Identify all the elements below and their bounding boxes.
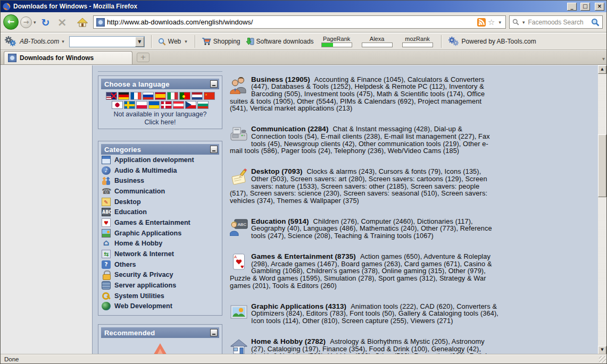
sidebar-item-label: Others (114, 261, 136, 268)
url-dropdown-arrow[interactable]: ▾ (498, 20, 501, 25)
tab-downloads-for-windows[interactable]: Downloads for Windows (4, 51, 132, 64)
vertical-scrollbar[interactable]: ▲ ▼ (598, 65, 606, 354)
history-dropdown-arrow[interactable]: ▾ (34, 20, 36, 25)
shopping-button[interactable]: Shopping (202, 37, 240, 46)
flag-chinese-icon[interactable] (204, 92, 215, 100)
audio-multimedia-icon: ♪ (102, 166, 111, 175)
reload-button[interactable]: ↻ (41, 16, 50, 28)
graphic-applications-icon (102, 229, 111, 238)
network-internet-icon: ⇆ (102, 250, 111, 258)
sidebar-item-games-entertainment[interactable]: ♥Games & Entertainment (101, 217, 219, 228)
toolbar-search-combobox[interactable]: ▼ (69, 36, 145, 47)
toolbar-separator (151, 35, 152, 48)
flag-austrian-icon[interactable] (173, 101, 184, 109)
search-bar[interactable]: ▾ Facemoods Search (509, 15, 603, 29)
flag-japanese-icon[interactable] (112, 101, 123, 109)
powered-by-button[interactable]: Powered by AB-Tools.com (448, 36, 536, 47)
resize-grip[interactable] (599, 356, 606, 363)
flag-dutch-icon[interactable] (192, 92, 203, 100)
back-button[interactable]: ← (3, 14, 19, 30)
bookmark-star-icon[interactable]: ☆ (488, 18, 495, 27)
sidebar-item-home-hobby[interactable]: ⌂Home & Hobby (101, 239, 219, 249)
sidebar-item-education[interactable]: ABCEducation (101, 207, 219, 217)
language-click-here-link[interactable]: Click here! (101, 118, 219, 126)
web-search-button[interactable]: Web ▾ (158, 38, 189, 46)
category-block-games: A ♥ Games & Entertainment (8735)Action g… (230, 253, 498, 296)
flag-portuguese-icon[interactable] (179, 92, 190, 100)
sidebar-item-system-utilities[interactable]: System Utilities (101, 291, 219, 301)
collapse-box-button[interactable] (210, 329, 218, 336)
url-text[interactable]: http://www.ab-downloads.com/english/wind… (107, 18, 475, 26)
flag-spanish-icon[interactable] (155, 92, 166, 100)
sidebar-item-desktop[interactable]: ✎Desktop (101, 197, 219, 207)
web-search-label: Web (168, 38, 181, 45)
sidebar-item-label: System Utilities (114, 292, 164, 300)
search-input[interactable]: Facemoods Search (528, 19, 589, 26)
flag-swedish-icon[interactable] (124, 101, 135, 109)
home-icon (77, 18, 88, 27)
graphic-applications-icon (230, 303, 248, 321)
close-button[interactable]: × (595, 3, 604, 11)
collapse-box-button[interactable] (210, 80, 218, 88)
sidebar-item-network-internet[interactable]: ⇆Network & Internet (101, 249, 219, 259)
pagerank-indicator[interactable]: PageRank (321, 36, 352, 47)
mozrank-indicator[interactable]: mozRank (402, 36, 433, 47)
sidebar-item-communication[interactable]: ☎Communication (101, 186, 219, 197)
flag-ukrainian-icon[interactable] (148, 101, 160, 109)
rss-feed-icon[interactable] (477, 18, 486, 27)
sidebar-item-others[interactable]: ?Others (101, 259, 219, 270)
search-engine-icon[interactable] (512, 19, 519, 26)
new-tab-button[interactable]: + (137, 53, 149, 62)
list-all-tabs-button[interactable]: ▾ (602, 56, 605, 62)
flag-czech-icon[interactable] (185, 101, 196, 109)
status-bar: Done (1, 354, 606, 363)
sidebar-item-audio-multimedia[interactable]: ♪Audio & Multimedia (101, 165, 219, 176)
alexa-indicator[interactable]: Alexa (362, 36, 393, 47)
recommended-box-header: Recommended (101, 327, 219, 338)
web-search-dropdown-arrow[interactable]: ▾ (185, 39, 187, 44)
recommended-logo-triangle-icon[interactable] (149, 343, 171, 354)
sidebar-item-application-development[interactable]: Application development (101, 155, 219, 165)
sidebar-item-label: Security & Privacy (114, 271, 173, 278)
communication-icon (230, 125, 248, 143)
scrollbar-thumb[interactable] (598, 134, 606, 197)
search-submit-icon[interactable] (591, 18, 600, 27)
location-bar[interactable]: http://www.ab-downloads.com/english/wind… (93, 15, 506, 29)
sidebar-item-business[interactable]: Business (101, 175, 219, 186)
flag-danish-icon[interactable] (161, 101, 172, 109)
flag-italian-icon[interactable] (167, 92, 178, 100)
abtools-dropdown-arrow[interactable]: ▾ (62, 39, 64, 44)
sidebar-item-server-applications[interactable]: Server applications (101, 280, 219, 291)
combobox-dropdown-button[interactable]: ▼ (135, 37, 144, 47)
maximize-button[interactable]: □ (580, 3, 590, 11)
sidebar-item-label: Application development (114, 156, 194, 164)
software-downloads-button[interactable]: Software downloads (246, 37, 314, 46)
abtools-menu-button[interactable]: AB-Tools.com (20, 38, 59, 45)
stop-button[interactable]: × (57, 15, 66, 29)
browser-viewport: Choose a language Not available in your … (1, 65, 606, 354)
sidebar-item-graphic-applications[interactable]: Graphic Applications (101, 228, 219, 239)
scrollbar-up-button[interactable]: ▲ (598, 65, 606, 74)
language-flags (101, 89, 219, 109)
browser-window: Downloads for Windows - Mozilla Firefox … (0, 0, 607, 364)
home-button[interactable] (77, 18, 88, 27)
flag-russian-icon[interactable] (143, 92, 154, 100)
flag-french-icon[interactable] (130, 92, 142, 100)
system-utilities-icon (102, 292, 111, 300)
sidebar-item-security-privacy[interactable]: Security & Privacy (101, 270, 219, 281)
powered-gears-icon (448, 36, 460, 47)
subcategory-links[interactable]: Children (276), Computer (2460), Diction… (251, 217, 492, 240)
webpage: Choose a language Not available in your … (92, 65, 598, 354)
scrollbar-down-button[interactable]: ▼ (598, 346, 606, 354)
flag-german-icon[interactable] (118, 92, 129, 100)
minimize-button[interactable]: _ (567, 3, 577, 11)
search-engine-dropdown-arrow[interactable]: ▾ (522, 20, 525, 25)
flag-english-icon[interactable] (106, 92, 117, 100)
flag-polish-icon[interactable] (136, 101, 147, 109)
flag-bulgarian-icon[interactable] (197, 101, 209, 109)
desktop-icon (230, 168, 248, 186)
games-icon: A ♥ (230, 253, 248, 271)
collapse-box-button[interactable] (210, 146, 218, 153)
forward-button[interactable]: → (20, 16, 32, 28)
sidebar-item-web-development[interactable]: Web Development (101, 301, 219, 312)
